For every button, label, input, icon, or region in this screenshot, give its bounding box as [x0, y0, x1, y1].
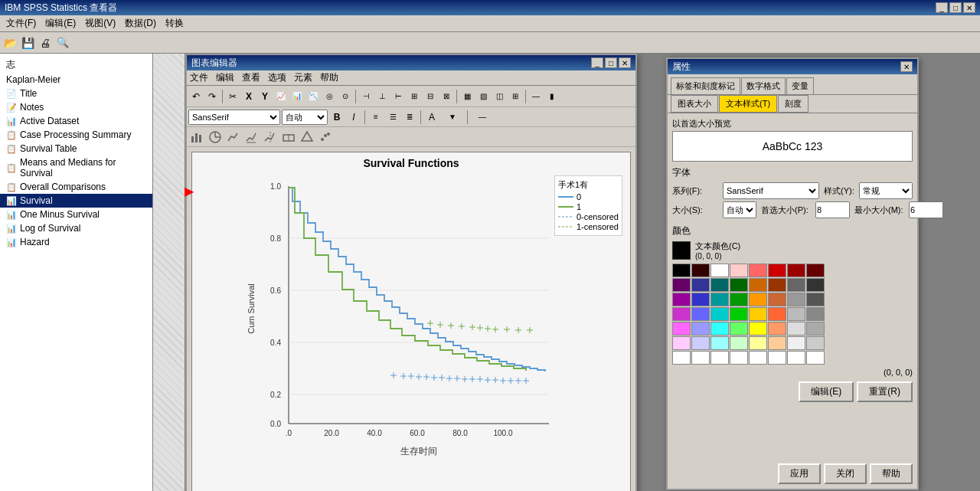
- tab-variable[interactable]: 变量: [786, 77, 814, 94]
- print-button[interactable]: 🖨: [37, 34, 54, 51]
- tab-scale[interactable]: 刻度: [778, 95, 808, 113]
- sidebar-item-zhi[interactable]: 志: [0, 57, 152, 73]
- table-button4[interactable]: ⊞: [508, 89, 523, 104]
- sidebar-item-survival[interactable]: 📊 Survival: [0, 194, 152, 208]
- minimize-button[interactable]: _: [936, 2, 948, 13]
- align-center-button[interactable]: ⊥: [374, 89, 390, 104]
- align-text-left[interactable]: ≡: [368, 110, 384, 125]
- align-text-center[interactable]: ☰: [385, 110, 400, 125]
- color-cell-2[interactable]: [710, 264, 729, 277]
- y-button[interactable]: Y: [257, 89, 273, 104]
- bold-button[interactable]: B: [329, 110, 345, 125]
- chart-icon5[interactable]: [262, 129, 279, 146]
- chart-menu-options[interactable]: 选项: [268, 71, 286, 84]
- sidebar-item-log[interactable]: 📊 Log of Survival: [0, 221, 152, 235]
- color-cell-9[interactable]: [691, 278, 710, 292]
- color-cell-36[interactable]: [749, 322, 767, 336]
- grid-button3[interactable]: ⊠: [439, 89, 454, 104]
- color-cell-42[interactable]: [710, 336, 729, 350]
- color-cell-3[interactable]: [730, 264, 748, 277]
- chart-type2-button[interactable]: 📊: [289, 89, 305, 104]
- chart-minimize-button[interactable]: _: [591, 57, 603, 68]
- reset-button[interactable]: 重置(R): [857, 381, 913, 402]
- chart-menu-elements[interactable]: 元素: [294, 71, 312, 84]
- tab-number-format[interactable]: 数字格式: [741, 77, 786, 94]
- color-cell-6[interactable]: [787, 264, 805, 277]
- font-size-select[interactable]: 自动: [282, 110, 328, 125]
- close-properties-button[interactable]: 关闭: [824, 463, 867, 484]
- align-left-button[interactable]: ⊣: [358, 89, 374, 104]
- color-cell-11[interactable]: [730, 278, 748, 292]
- color-cell-23[interactable]: [806, 293, 825, 306]
- font-color-button[interactable]: A: [424, 110, 439, 125]
- color-cell-41[interactable]: [691, 336, 710, 350]
- color-cell-22[interactable]: [787, 293, 805, 306]
- chart-icon4[interactable]: [243, 129, 260, 146]
- min-size-input[interactable]: [909, 201, 943, 218]
- save-button[interactable]: 💾: [19, 34, 36, 51]
- sidebar-item-hazard[interactable]: 📊 Hazard: [0, 235, 152, 249]
- color-cell-29[interactable]: [768, 307, 786, 321]
- color-cell-48[interactable]: [672, 351, 691, 365]
- color-cell-17[interactable]: [691, 293, 710, 306]
- color-cell-31[interactable]: [806, 307, 825, 321]
- tab-chart-size[interactable]: 图表大小: [671, 95, 718, 113]
- grid-button2[interactable]: ⊟: [423, 89, 438, 104]
- italic-button[interactable]: I: [346, 110, 361, 125]
- chart-menu-view[interactable]: 查看: [242, 71, 260, 84]
- color-cell-28[interactable]: [749, 307, 767, 321]
- color-cell-49[interactable]: [691, 351, 710, 365]
- color-cell-27[interactable]: [730, 307, 748, 321]
- text-color-swatch[interactable]: [672, 241, 691, 260]
- menu-view[interactable]: 视图(V): [82, 16, 119, 31]
- color-cell-50[interactable]: [710, 351, 729, 365]
- sidebar-item-overall[interactable]: 📋 Overall Comparisons: [0, 180, 152, 194]
- color-cell-19[interactable]: [730, 293, 748, 306]
- color-cell-15[interactable]: [806, 278, 825, 292]
- color-cell-46[interactable]: [787, 336, 805, 350]
- color-cell-24[interactable]: [672, 307, 691, 321]
- x-button[interactable]: X: [241, 89, 256, 104]
- color-picker-button[interactable]: ▼: [441, 110, 464, 125]
- color-cell-40[interactable]: [672, 336, 691, 350]
- chart-icon8[interactable]: [317, 129, 334, 146]
- color-cell-5[interactable]: [768, 264, 786, 277]
- color-cell-14[interactable]: [787, 278, 805, 292]
- color-cell-26[interactable]: [710, 307, 729, 321]
- color-cell-7[interactable]: [806, 264, 825, 277]
- chart-maximize-button[interactable]: □: [605, 57, 617, 68]
- color-cell-44[interactable]: [749, 336, 767, 350]
- color-cell-47[interactable]: [806, 336, 825, 350]
- sidebar-item-title[interactable]: 📄 Title: [0, 87, 152, 100]
- new-button[interactable]: 📂: [2, 34, 18, 51]
- help-button[interactable]: 帮助: [870, 463, 913, 484]
- sidebar-item-means[interactable]: 📋 Means and Medians for Survival: [0, 155, 152, 180]
- color-cell-39[interactable]: [806, 322, 825, 336]
- color-cell-38[interactable]: [787, 322, 805, 336]
- bar-button[interactable]: ▮: [544, 89, 560, 104]
- color-cell-16[interactable]: [672, 293, 691, 306]
- color-cell-30[interactable]: [787, 307, 805, 321]
- color-cell-35[interactable]: [730, 322, 748, 336]
- line-button[interactable]: —: [528, 89, 544, 104]
- menu-edit[interactable]: 编辑(E): [42, 16, 79, 31]
- chart-icon7[interactable]: [299, 129, 315, 146]
- sidebar-item-kaplan[interactable]: Kaplan-Meier: [0, 73, 152, 87]
- chart-type4-button[interactable]: ◎: [322, 89, 337, 104]
- grid-button1[interactable]: ⊞: [407, 89, 422, 104]
- chart-icon6[interactable]: [280, 129, 297, 146]
- cut-button[interactable]: ✂: [225, 89, 240, 104]
- prop-font-family-select[interactable]: SansSerif: [723, 182, 819, 199]
- color-cell-52[interactable]: [749, 351, 767, 365]
- chart-icon3[interactable]: [225, 129, 242, 146]
- color-cell-34[interactable]: [710, 322, 729, 336]
- prop-font-style-select[interactable]: 常规: [859, 182, 913, 199]
- maximize-button[interactable]: □: [949, 2, 962, 13]
- font-family-select[interactable]: SansSerif: [188, 110, 280, 125]
- color-cell-33[interactable]: [691, 322, 710, 336]
- color-cell-51[interactable]: [730, 351, 748, 365]
- color-cell-1[interactable]: [691, 264, 710, 277]
- prop-font-size-select[interactable]: 自动: [723, 201, 756, 218]
- edit-button[interactable]: 编辑(E): [799, 381, 854, 402]
- color-cell-0[interactable]: [672, 264, 691, 277]
